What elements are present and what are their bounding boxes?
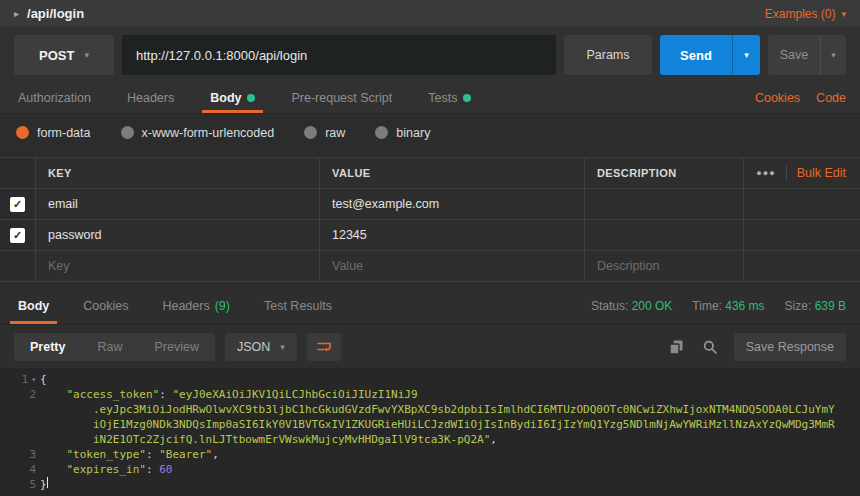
postman-request-window: ▸ /api/login Examples (0) ▾ POST ▾ Param… — [0, 0, 860, 496]
row-checkbox[interactable]: ✓ — [10, 197, 25, 212]
description-cell[interactable] — [585, 220, 743, 250]
radio-raw[interactable]: raw — [304, 126, 345, 140]
time-value: 436 ms — [725, 299, 764, 313]
tab-body[interactable]: Body — [206, 83, 259, 113]
tab-label: Pre-request Script — [291, 91, 392, 105]
chevron-down-icon: ▾ — [831, 50, 836, 60]
copy-button[interactable] — [666, 337, 686, 357]
radio-binary[interactable]: binary — [375, 126, 430, 140]
send-options-button[interactable]: ▾ — [732, 35, 760, 75]
line-number: 3 — [29, 447, 36, 462]
bulk-edit-link[interactable]: Bulk Edit — [797, 166, 846, 180]
code-line: 4 "expires_in": 60 — [0, 462, 860, 477]
method-label: POST — [39, 48, 74, 63]
save-options-button[interactable]: ▾ — [820, 35, 846, 75]
format-label: JSON — [237, 340, 270, 354]
code-line: 2 "access_token": "eyJ0eXAiOiJKV1QiLCJhb… — [0, 387, 860, 447]
params-button[interactable]: Params — [564, 35, 652, 75]
column-header-value: VALUE — [320, 158, 584, 188]
tab-tests[interactable]: Tests — [424, 83, 475, 113]
response-toolbar: Pretty Raw Preview JSON ▾ — [0, 325, 860, 368]
radio-icon — [121, 126, 134, 139]
size-stat: Size: 639 B — [785, 299, 846, 313]
green-dot-icon — [463, 94, 471, 102]
send-button[interactable]: Send — [660, 35, 732, 75]
view-preview-button[interactable]: Preview — [138, 333, 214, 361]
time-label: Time: — [692, 299, 722, 313]
row-checkbox[interactable]: ✓ — [10, 228, 25, 243]
response-tab-headers[interactable]: Headers (9) — [158, 288, 234, 324]
text-cursor — [47, 477, 48, 488]
radio-label: raw — [325, 126, 345, 140]
line-number: 5 — [29, 477, 36, 492]
key-cell[interactable]: password — [36, 220, 319, 250]
code-line: 1 ▾ { — [0, 372, 860, 387]
chevron-down-icon: ▾ — [744, 50, 749, 60]
row-actions-cell — [744, 251, 860, 281]
tab-label: Cookies — [83, 299, 128, 313]
row-actions-cell — [744, 220, 860, 250]
code-text: { — [40, 372, 47, 387]
examples-dropdown[interactable]: Examples (0) ▾ — [765, 7, 846, 21]
row-checkbox-cell — [0, 251, 35, 281]
response-tab-test-results[interactable]: Test Results — [260, 288, 336, 324]
wrap-text-button[interactable] — [307, 333, 341, 361]
search-icon — [702, 339, 718, 355]
description-input-placeholder[interactable]: Description — [585, 251, 743, 281]
key-input-placeholder[interactable]: Key — [36, 251, 319, 281]
description-cell[interactable] — [585, 189, 743, 219]
line-gutter: 4 — [0, 462, 40, 477]
green-dot-icon — [247, 94, 255, 102]
view-pretty-button[interactable]: Pretty — [14, 333, 81, 361]
tab-label: Test Results — [264, 299, 332, 313]
value-cell[interactable]: 12345 — [320, 220, 584, 250]
tab-label: Body — [210, 91, 241, 105]
body-type-selector: form-data x-www-form-urlencoded raw bina… — [0, 114, 860, 151]
save-button[interactable]: Save — [768, 35, 820, 75]
time-stat: Time: 436 ms — [692, 299, 764, 313]
response-body-viewer: 1 ▾ { 2 "access_token": "eyJ0eXAiOiJKV1Q… — [0, 368, 860, 496]
collapse-caret-icon[interactable]: ▸ — [14, 8, 19, 19]
response-tab-body[interactable]: Body — [14, 288, 53, 324]
key-cell[interactable]: email — [36, 189, 319, 219]
column-header-key: KEY — [36, 158, 319, 188]
value-input-placeholder[interactable]: Value — [320, 251, 584, 281]
tab-headers[interactable]: Headers — [123, 83, 178, 113]
chevron-down-icon: ▾ — [280, 342, 285, 352]
line-gutter: 5 — [0, 477, 40, 492]
more-options-icon[interactable]: ●●● — [756, 168, 775, 178]
url-input[interactable] — [122, 35, 556, 75]
tab-label: Headers — [127, 91, 174, 105]
tab-label: Authorization — [18, 91, 91, 105]
response-tab-cookies[interactable]: Cookies — [79, 288, 132, 324]
tab-pre-request-script[interactable]: Pre-request Script — [287, 83, 396, 113]
fold-caret-icon[interactable]: ▾ — [31, 372, 36, 387]
code-line: 5 } — [0, 477, 860, 492]
code-text: "access_token": "eyJ0eXAiOiJKV1QiLCJhbGc… — [40, 387, 835, 447]
tab-label: Headers — [162, 299, 209, 313]
tab-label: Body — [18, 299, 49, 313]
format-select[interactable]: JSON ▾ — [225, 333, 297, 361]
response-toolbar-right: Save Response — [666, 333, 846, 361]
code-text: "expires_in": 60 — [40, 462, 172, 477]
radio-x-www-form-urlencoded[interactable]: x-www-form-urlencoded — [121, 126, 275, 140]
value-cell[interactable]: test@example.com — [320, 189, 584, 219]
radio-icon — [16, 126, 29, 139]
method-select[interactable]: POST ▾ — [14, 35, 114, 75]
code-link[interactable]: Code — [816, 91, 846, 105]
header-checkbox-cell — [0, 158, 35, 188]
wrap-text-icon — [316, 339, 332, 355]
line-gutter: 1 ▾ — [0, 372, 40, 387]
status-label: Status: — [591, 299, 628, 313]
tab-label: Tests — [428, 91, 457, 105]
view-raw-button[interactable]: Raw — [81, 333, 138, 361]
examples-label: Examples (0) — [765, 7, 836, 21]
line-number: 4 — [29, 462, 36, 477]
save-response-button[interactable]: Save Response — [734, 333, 846, 361]
tab-authorization[interactable]: Authorization — [14, 83, 95, 113]
radio-form-data[interactable]: form-data — [16, 126, 91, 140]
send-button-group: Send ▾ — [660, 35, 760, 75]
radio-icon — [375, 126, 388, 139]
cookies-link[interactable]: Cookies — [755, 91, 800, 105]
search-button[interactable] — [700, 337, 720, 357]
